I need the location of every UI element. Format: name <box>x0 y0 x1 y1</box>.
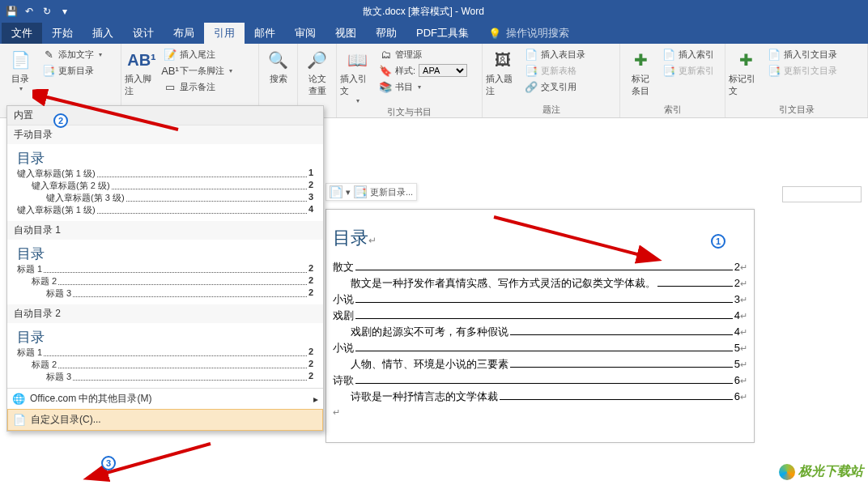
update-table-button: 📑更新表格 <box>523 63 587 78</box>
upd-auth-icon: 📑 <box>768 64 781 77</box>
toc-button[interactable]: 📄 目录 <box>3 45 37 92</box>
bib-icon: 📚 <box>379 80 392 93</box>
update-auth-button: 📑更新引文目录 <box>766 63 839 78</box>
toc-mini-toolbar: 📄▾ 📑 更新目录... <box>326 183 417 201</box>
tab-tellme[interactable]: 💡 操作说明搜索 <box>479 23 579 44</box>
group-citations: 引文与书目 <box>340 104 479 120</box>
tab-mail[interactable]: 邮件 <box>245 23 285 44</box>
insert-caption-button[interactable]: 🖼 插入题注 <box>486 45 520 97</box>
toc-entry[interactable]: 小说5↵ <box>333 341 747 355</box>
annotation-arrow-2 <box>486 211 672 275</box>
qat-more-icon[interactable]: ▾ <box>58 5 71 18</box>
toc-dropdown-panel: 内置 手动目录 目录 键入章标题(第 1 级)1 键入章标题(第 2 级)2 键… <box>6 105 324 432</box>
badge-3: 3 <box>101 456 116 470</box>
group-captions: 题注 <box>486 102 616 117</box>
group-authorities: 引文目录 <box>729 102 864 117</box>
toc-preview-auto1[interactable]: 目录 标题 12 标题 22 标题 32 <box>7 240 323 304</box>
index-icon: 📄 <box>662 48 675 61</box>
manage-sources-button[interactable]: 🗂管理源 <box>377 47 469 62</box>
caption-icon: 🖼 <box>490 47 516 73</box>
toc-entry[interactable]: 戏剧4↵ <box>333 308 747 323</box>
tab-home[interactable]: 开始 <box>42 23 83 44</box>
toc-section-auto2: 自动目录 2 <box>7 304 323 323</box>
ribbon-tabs: 文件 开始 插入 设计 布局 引用 邮件 审阅 视图 帮助 PDF工具集 💡 操… <box>0 23 868 44</box>
toc-custom[interactable]: 📄 自定义目录(C)... <box>7 409 323 431</box>
toc-entry[interactable]: 散文是一种抒发作者真情实感、写作方式灵活的记叙类文学体裁。2↵ <box>333 276 747 291</box>
search-icon: 🔍 <box>266 47 291 73</box>
lightbulb-icon: 💡 <box>488 28 501 40</box>
add-text-button[interactable]: ✎添加文字 <box>40 47 104 62</box>
citation-icon: 📖 <box>344 47 370 73</box>
svg-line-1 <box>494 217 656 259</box>
crossref-icon: 🔗 <box>525 80 538 93</box>
auth-icon: 📄 <box>768 48 781 61</box>
badge-2: 2 <box>53 113 68 128</box>
style-select[interactable]: 🔖样式: APA <box>377 63 469 78</box>
manage-icon: 🗂 <box>379 48 392 61</box>
tab-design[interactable]: 设计 <box>123 23 164 44</box>
mini-toc-icon[interactable]: 📄 <box>330 185 343 198</box>
mark-icon: ✚ <box>628 47 653 73</box>
paper-check-icon: 🔎 <box>304 47 330 73</box>
upd-tbl-icon: 📑 <box>525 64 538 77</box>
globe-icon: 🌐 <box>12 393 25 406</box>
doc-icon: 📄 <box>13 414 26 427</box>
tab-insert[interactable]: 插入 <box>83 23 123 44</box>
tab-pdf[interactable]: PDF工具集 <box>406 23 479 44</box>
insert-index-button[interactable]: 📄插入索引 <box>661 47 716 62</box>
endnote-icon: 📝 <box>164 48 177 61</box>
paper-check-button[interactable]: 🔎 论文 查重 <box>301 45 333 97</box>
update-toc-button[interactable]: 📑更新目录 <box>40 63 104 78</box>
insert-figures-button[interactable]: 📄插入表目录 <box>523 47 587 62</box>
add-text-icon: ✎ <box>42 48 55 61</box>
annotation-arrow-1 <box>32 89 186 138</box>
next-fn-icon: AB¹ <box>164 64 177 77</box>
tab-references[interactable]: 引用 <box>204 23 245 44</box>
footnote-icon: AB¹ <box>129 47 155 73</box>
group-index: 索引 <box>623 102 721 117</box>
toc-preview-auto2[interactable]: 目录 标题 12 标题 22 标题 32 <box>7 323 323 388</box>
toc-entry[interactable]: 诗歌6↵ <box>333 373 747 388</box>
badge-1: 1 <box>711 234 725 249</box>
upd-idx-icon: 📑 <box>662 64 675 77</box>
watermark: 极光下载站 <box>779 463 863 480</box>
toc-more-office[interactable]: 🌐 Office.com 中的其他目录(M)▸ <box>7 388 323 409</box>
tab-file[interactable]: 文件 <box>2 23 42 44</box>
ruler-placeholder <box>782 186 862 202</box>
update-index-button: 📑更新索引 <box>661 63 716 78</box>
toc-preview-manual[interactable]: 目录 键入章标题(第 1 级)1 键入章标题(第 2 级)2 键入章标题(第 3… <box>7 144 323 221</box>
mark-cit-icon: ✚ <box>733 47 759 73</box>
update-icon: 📑 <box>42 64 55 77</box>
toc-entry[interactable]: 戏剧的起源实不可考，有多种假说4↵ <box>333 325 747 339</box>
toc-icon: 📄 <box>7 47 33 73</box>
mini-update-label[interactable]: 更新目录... <box>370 186 413 198</box>
para-mark: ↵ <box>333 407 747 418</box>
watermark-icon <box>779 464 795 480</box>
insert-citation-button[interactable]: 📖 插入引文 <box>340 45 374 104</box>
mark-citation-button[interactable]: ✚ 标记引文 <box>729 45 763 97</box>
next-footnote-button[interactable]: AB¹下一条脚注 <box>162 63 234 78</box>
style-icon: 🔖 <box>379 64 392 77</box>
cross-ref-button[interactable]: 🔗交叉引用 <box>523 79 587 94</box>
save-icon[interactable]: 💾 <box>5 5 18 18</box>
mini-update-icon[interactable]: 📑 <box>354 185 367 198</box>
undo-icon[interactable]: ↶ <box>23 5 36 18</box>
insert-auth-button[interactable]: 📄插入引文目录 <box>766 47 839 62</box>
style-combo[interactable]: APA <box>419 64 467 77</box>
toc-entry[interactable]: 人物、情节、环境是小说的三要素5↵ <box>333 357 747 372</box>
fig-icon: 📄 <box>525 48 538 61</box>
tab-view[interactable]: 视图 <box>326 23 366 44</box>
tab-help[interactable]: 帮助 <box>366 23 406 44</box>
toc-entry[interactable]: 小说3↵ <box>333 292 747 307</box>
tab-review[interactable]: 审阅 <box>285 23 326 44</box>
insert-endnote-button[interactable]: 📝插入尾注 <box>162 47 234 62</box>
toc-section-auto1: 自动目录 1 <box>7 221 323 240</box>
toc-entry[interactable]: 诗歌是一种抒情言志的文学体裁6↵ <box>333 389 747 404</box>
search-button[interactable]: 🔍 搜索 <box>262 45 294 85</box>
bibliography-button[interactable]: 📚书目 <box>377 79 469 94</box>
tab-layout[interactable]: 布局 <box>164 23 204 44</box>
redo-icon[interactable]: ↻ <box>40 5 53 18</box>
window-title: 散文.docx [兼容模式] - Word <box>76 5 771 19</box>
mark-entry-button[interactable]: ✚ 标记 条目 <box>623 45 657 97</box>
